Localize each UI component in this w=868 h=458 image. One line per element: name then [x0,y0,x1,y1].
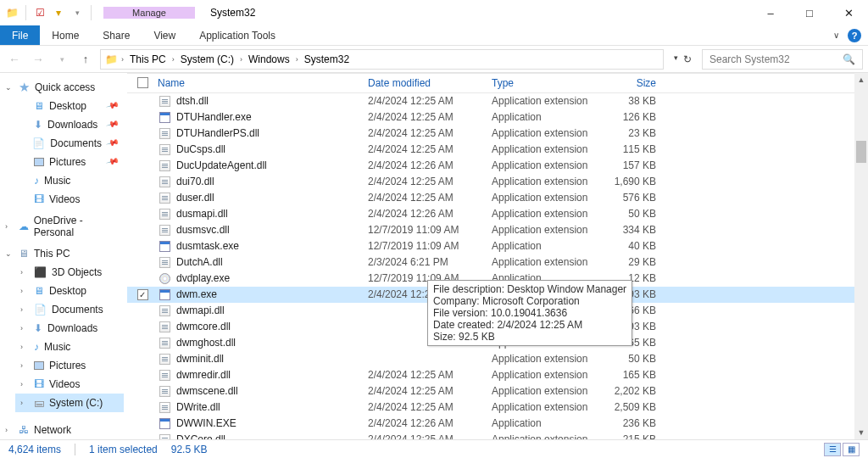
back-button[interactable]: ← [5,53,24,66]
expand-icon[interactable]: › [20,287,29,295]
help-icon[interactable]: ? [848,29,861,42]
chevron-right-icon[interactable]: › [294,55,300,64]
new-folder-icon[interactable]: ▾ [52,6,65,20]
expand-icon[interactable]: › [20,399,29,407]
search-box[interactable]: Search System32 🔍 [702,49,863,70]
navigation-pane: ⌄ ★ Quick access ·🖥Desktop📌·⬇Downloads📌·… [0,73,127,439]
file-row[interactable]: DucUpdateAgent.dll 2/4/2024 12:26 AM App… [127,158,868,174]
address-dropdown-icon[interactable]: ▾ [674,53,678,65]
file-row[interactable]: dwminit.dll Application extension 50 KB [127,351,868,367]
nav-item-documents[interactable]: ›📄Documents [15,300,124,319]
refresh-icon[interactable]: ↻ [683,53,692,65]
crumb-this-pc[interactable]: This PC [127,53,169,66]
nav-item-documents[interactable]: ·📄Documents📌 [15,134,124,153]
vertical-scrollbar[interactable]: ▲ ▼ [854,73,868,439]
nav-this-pc[interactable]: ⌄ 🖥 This PC [0,244,124,263]
file-row[interactable]: duser.dll 2/4/2024 12:25 AM Application … [127,190,868,206]
file-name: dwm.exe [176,288,217,300]
address-bar[interactable]: › This PC › System (C:) › Windows › Syst… [100,49,664,70]
crumb-drive[interactable]: System (C:) [178,53,236,66]
file-row[interactable]: DTUHandlerPS.dll 2/4/2024 12:25 AM Appli… [127,126,868,142]
expand-icon[interactable]: › [20,268,29,276]
column-name[interactable]: Name [158,77,368,89]
up-button[interactable]: ↑ [76,53,95,65]
file-type: Application extension [492,208,597,220]
properties-icon[interactable]: ☑ [33,6,47,20]
expand-icon[interactable]: › [20,343,29,351]
scroll-up-icon[interactable]: ▲ [854,73,868,87]
column-type[interactable]: Type [492,77,597,89]
file-name: dwmredir.dll [176,369,231,381]
file-row[interactable]: dui70.dll 2/4/2024 12:25 AM Application … [127,174,868,190]
recent-dropdown-icon[interactable]: ▾ [53,55,71,64]
separator [75,444,75,455]
nav-item-videos[interactable]: ›🎞Videos [15,375,124,394]
nav-item-pictures[interactable]: ·Pictures📌 [15,153,124,171]
file-name: dusmsvc.dll [176,224,230,236]
tab-application-tools[interactable]: Application Tools [187,25,287,45]
file-row[interactable]: dusmtask.exe 12/7/2019 11:09 AM Applicat… [127,238,868,254]
nav-label: Music [44,175,70,187]
nav-item-3d-objects[interactable]: ›⬛3D Objects [15,263,124,282]
ribbon-expand-icon[interactable]: ∨ [833,31,839,40]
expand-icon[interactable]: › [20,380,29,388]
nav-label: Pictures [49,156,86,168]
file-row[interactable]: dwmscene.dll 2/4/2024 12:25 AM Applicati… [127,383,868,399]
file-row[interactable]: dusmsvc.dll 12/7/2019 11:09 AM Applicati… [127,222,868,238]
collapse-icon[interactable]: ⌄ [5,83,14,92]
column-size[interactable]: Size [597,77,661,89]
close-button[interactable]: ✕ [829,0,868,25]
nav-network[interactable]: › 🖧 Network [0,421,124,439]
nav-item-desktop[interactable]: ›🖥Desktop [15,282,124,300]
nav-onedrive[interactable]: › ☁ OneDrive - Personal [0,217,124,236]
crumb-system32[interactable]: System32 [302,53,352,66]
nav-item-videos[interactable]: ·🎞Videos [15,190,124,209]
nav-item-desktop[interactable]: ·🖥Desktop📌 [15,97,124,115]
file-row[interactable]: DuCsps.dll 2/4/2024 12:25 AM Application… [127,142,868,158]
nav-item-downloads[interactable]: ›⬇Downloads [15,319,124,338]
tab-home[interactable]: Home [40,25,91,45]
minimize-button[interactable]: – [751,0,790,25]
chevron-right-icon[interactable]: › [120,55,125,64]
expand-icon[interactable]: › [20,305,29,314]
file-row[interactable]: DWrite.dll 2/4/2024 12:25 AM Application… [127,399,868,416]
scroll-thumb[interactable] [856,141,866,163]
collapse-icon[interactable]: ⌄ [5,249,14,258]
nav-quick-access[interactable]: ⌄ ★ Quick access [0,78,124,97]
expand-icon[interactable]: › [20,361,29,370]
file-tooltip: File description: Desktop Window Manager… [427,280,632,346]
select-all-checkbox[interactable] [127,77,158,88]
nav-item-music[interactable]: ›♪Music [15,338,124,356]
network-icon: 🖧 [19,424,29,436]
file-row[interactable]: DWWIN.EXE 2/4/2024 12:26 AM Application … [127,416,868,432]
nav-item-system-c-[interactable]: ›🖴System (C:) [15,394,124,412]
expand-icon[interactable]: › [20,324,29,332]
qat-customize-icon[interactable]: ▾ [70,6,84,20]
file-size: 2,202 KB [597,385,661,397]
nav-item-pictures[interactable]: ›Pictures [15,356,124,375]
large-icons-view-button[interactable]: ▦ [843,443,860,456]
crumb-windows[interactable]: Windows [246,53,292,66]
file-type: Application extension [492,433,597,439]
expand-icon[interactable]: › [5,426,14,434]
file-row[interactable]: DTUHandler.exe 2/4/2024 12:25 AM Applica… [127,109,868,126]
chevron-right-icon[interactable]: › [238,55,244,64]
file-row[interactable]: DutchA.dll 2/3/2024 6:21 PM Application … [127,254,868,271]
file-row[interactable]: dusmapi.dll 2/4/2024 12:26 AM Applicatio… [127,206,868,222]
file-date: 2/4/2024 12:25 AM [368,176,492,187]
file-row[interactable]: dtsh.dll 2/4/2024 12:25 AM Application e… [127,93,868,109]
tab-view[interactable]: View [142,25,187,45]
details-view-button[interactable]: ☰ [824,443,841,456]
expand-icon[interactable]: › [5,222,14,231]
tab-share[interactable]: Share [91,25,142,45]
tab-file[interactable]: File [0,25,40,45]
scroll-down-icon[interactable]: ▼ [854,426,868,439]
row-checkbox[interactable]: ✓ [137,289,148,300]
column-date[interactable]: Date modified [368,77,492,89]
nav-item-music[interactable]: ·♪Music [15,171,124,190]
maximize-button[interactable]: □ [790,0,829,25]
chevron-right-icon[interactable]: › [170,55,176,64]
file-row[interactable]: dwmredir.dll 2/4/2024 12:25 AM Applicati… [127,367,868,383]
file-row[interactable]: DXCore.dll 2/4/2024 12:25 AM Application… [127,432,868,440]
nav-item-downloads[interactable]: ·⬇Downloads📌 [15,115,124,134]
